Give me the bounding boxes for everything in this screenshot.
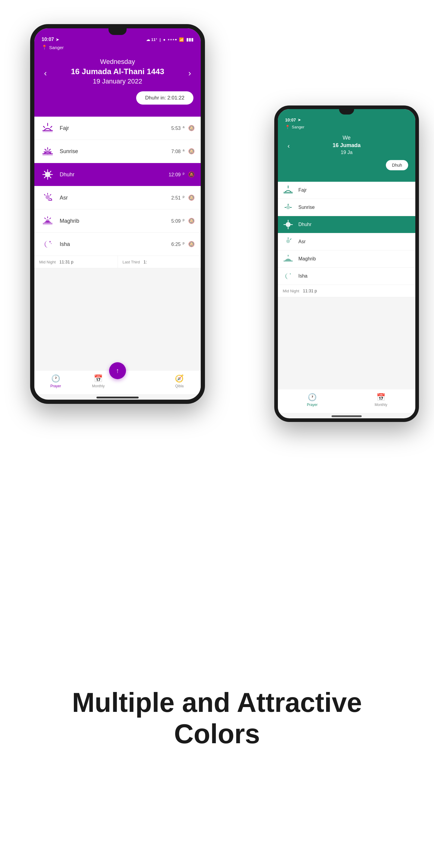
clock-icon-purple: 🕐 [51,374,60,383]
next-prayer-container-purple: Dhuhr in: 2:01:22 [41,91,193,110]
prayer-asr-purple[interactable]: Asr 2:51 p 🔕 [34,186,201,210]
svg-line-25 [44,194,45,195]
location-name-purple: Sanger [49,45,64,50]
notch-purple [108,28,127,35]
prayer-sunrise-purple[interactable]: Sunrise 7:08 a 🔕 [34,140,201,163]
nav-prayer-teal[interactable]: 🕐 Prayer [302,393,323,407]
compass-icon-purple: 🧭 [175,374,184,383]
bottom-text-area: Multiple and AttractiveColors [0,663,434,780]
isha-icon-teal [283,271,293,281]
maghrib-name-purple: Maghrib [60,218,171,224]
isha-bell-purple: 🔕 [188,241,195,247]
prayer-maghrib-purple[interactable]: Maghrib 5:09 p 🔕 [34,210,201,233]
prev-arrow-purple[interactable]: ‹ [41,66,49,81]
isha-time-purple: 6:25 p [171,241,184,247]
fajr-icon-purple [40,121,55,135]
hijri-date-teal: 16 Jumada [285,142,408,149]
next-arrow-purple[interactable]: › [186,66,193,81]
sunrise-name-purple: Sunrise [60,148,171,155]
dhuhr-name-purple: Dhuhr [60,172,168,178]
nav-prayer-purple[interactable]: 🕐 Prayer [45,374,66,388]
svg-point-46 [286,239,290,243]
calendar-icon-teal: 📅 [376,393,385,401]
dhuhr-icon-purple [40,167,55,182]
gregorian-date-teal: 19 Ja [285,150,408,155]
bottom-times-teal: Mid Night 11:31 p [278,285,415,297]
svg-line-48 [290,239,291,240]
prayer-isha-teal[interactable]: Isha [278,268,415,285]
prayer-isha-purple[interactable]: Isha 6:25 p 🔕 [34,233,201,256]
dhuhr-icon-teal [283,219,293,230]
svg-line-24 [50,194,51,195]
asr-icon-teal [283,236,293,247]
svg-point-37 [286,206,290,210]
share-fab-purple[interactable]: ↑ [109,362,126,379]
calendar-icon-purple: 📅 [94,374,103,383]
fajr-time-purple: 5:53 a [171,125,184,131]
nav-monthly-purple[interactable]: 📅 Monthly [88,374,109,388]
sunrise-icon-purple [40,144,55,158]
date-nav-teal: We 16 Jumada 19 Ja ‹ [285,132,408,160]
nav-monthly-teal[interactable]: 📅 Monthly [370,393,392,407]
asr-icon-purple [40,190,55,205]
prayer-dhuhr-purple[interactable]: Dhuhr 12:09 p 🔕 [34,163,201,186]
svg-point-32 [50,241,51,243]
isha-name-purple: Isha [60,241,171,247]
next-prayer-container-teal: Dhuh [285,160,408,175]
home-indicator-purple [96,397,138,398]
svg-point-51 [290,273,291,275]
maghrib-name-teal: Maghrib [299,256,410,261]
qibla-label-purple: Qibla [175,384,184,388]
date-section-teal: We 16 Jumada 19 Ja [285,132,408,160]
status-bar-purple: 10:07 ➤ ☁ 11° | ● 📶 ▮▮▮ [41,37,193,42]
sunrise-name-teal: Sunrise [299,205,410,210]
home-indicator-teal [332,415,362,417]
svg-point-33 [51,243,52,244]
day-name-purple: Wednesday [41,58,193,66]
isha-icon-purple [40,237,55,251]
moon-icon-purple: ● [163,37,165,42]
time-purple: 10:07 [41,37,54,42]
maghrib-bell-purple: 🔕 [188,218,195,224]
fajr-icon-teal [283,185,293,195]
maghrib-icon-purple [40,214,55,228]
mid-night-teal: Mid Night 11:31 p [278,285,415,297]
svg-line-31 [44,218,45,219]
prayer-fajr-teal[interactable]: Fajr [278,182,415,199]
header-teal: 10:07 ➤ 📍 Sanger We 16 Jumada 19 Ja ‹ [278,109,415,182]
asr-name-purple: Asr [60,195,171,201]
prayer-maghrib-teal[interactable]: Maghrib [278,250,415,268]
date-section-purple: Wednesday 16 Jumada Al-Thani 1443 19 Jan… [41,55,193,91]
prayer-list-teal: Fajr Sunrise [278,182,415,390]
sunrise-time-purple: 7:08 a [171,148,184,154]
mid-night-purple: Mid Night 11:31 p [34,256,118,268]
prayer-sunrise-teal[interactable]: Sunrise [278,199,415,216]
location-teal: 📍 Sanger [285,125,408,129]
svg-line-2 [51,126,52,127]
nav-qibla-purple[interactable]: 🧭 Qibla [169,374,190,388]
svg-point-41 [286,222,290,227]
prayer-asr-teal[interactable]: Asr [278,233,415,250]
monthly-label-teal: Monthly [375,403,387,407]
prayer-list-purple: Fajr 5:53 a 🔕 [34,117,201,371]
prayer-dhuhr-teal[interactable]: Dhuhr [278,216,415,233]
bottom-nav-purple: ↑ 🕐 Prayer 📅 Monthly 🧭 Qibla [34,371,201,394]
hijri-date-purple: 16 Jumada Al-Thani 1443 [41,67,193,76]
main-headline: Multiple and AttractiveColors [30,687,404,749]
svg-line-30 [50,218,51,219]
dhuhr-time-purple: 12:09 p [168,172,184,178]
asr-bell-purple: 🔕 [188,194,195,201]
location-name-teal: Sanger [292,125,304,129]
last-third-purple: Last Third 1: [118,256,201,268]
prev-arrow-teal[interactable]: ‹ [285,140,292,153]
next-prayer-text-purple: Dhuhr in: 2:01:22 [145,95,184,101]
bottom-nav-teal: 🕐 Prayer 📅 Monthly [278,390,415,413]
prayer-label-purple: Prayer [50,384,61,388]
dhuhr-name-teal: Dhuhr [299,222,410,227]
isha-name-teal: Isha [299,273,410,279]
svg-line-19 [50,177,51,178]
divider-purple: | [160,37,161,42]
prayer-fajr-purple[interactable]: Fajr 5:53 a 🔕 [34,117,201,140]
dhuhr-bell-purple: 🔕 [188,171,195,178]
gregorian-date-purple: 19 January 2022 [41,78,193,85]
